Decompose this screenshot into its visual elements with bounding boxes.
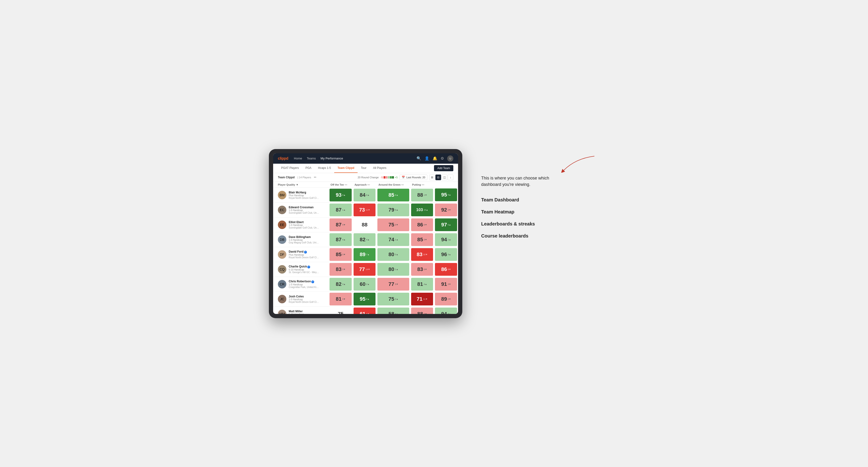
grid-view-button[interactable]: ⊞	[429, 175, 435, 180]
player-cell[interactable]: CR Chris Robertson✓ 1-5 Handicap Craigmi…	[273, 277, 329, 291]
view-toggle: ⊞ ⊟ ◫ ↓	[429, 175, 453, 180]
player-cell[interactable]: EC Edward Crossman 1-5 Handicap Sunningd…	[273, 203, 329, 217]
player-avatar: JC	[278, 295, 286, 303]
player-club: Sunningdale Golf Club, United Kingdom	[289, 226, 319, 229]
range-bar: -5 +5	[381, 176, 398, 179]
score-putting: 96 3▲	[434, 247, 458, 262]
col-approach[interactable]: Approach —	[352, 182, 377, 188]
player-cell[interactable]: CQ Charlie Quick✓ 6-10 Handicap St. Geor…	[273, 262, 329, 277]
player-info: Elliot Ebert 1-5 Handicap Sunningdale Go…	[289, 220, 319, 229]
nav-teams[interactable]: Teams	[307, 157, 316, 160]
col-putting[interactable]: Putting —	[410, 182, 434, 188]
score-putting: 97 5▲	[434, 217, 458, 232]
profile-icon[interactable]: 👤	[425, 156, 429, 161]
score-box: 82 3▲	[330, 278, 352, 290]
edit-team-icon[interactable]: ✏	[314, 176, 316, 179]
subnav-all-players[interactable]: All Players	[370, 163, 390, 173]
score-box: 87 3▼	[330, 218, 352, 231]
player-info: Blair McHarg Plus Handicap Royal North D…	[289, 191, 319, 199]
player-handicap: 1-5 Handicap	[289, 239, 319, 241]
score-approach: 80 1▲	[376, 262, 410, 277]
player-info: Dave Billingham 1-5 Handicap Gog Magog G…	[289, 236, 319, 244]
score-value: 87	[336, 222, 341, 228]
player-avatar: BM	[278, 191, 286, 199]
subnav-pgat[interactable]: PGAT Players	[278, 163, 302, 173]
data-table-scroll[interactable]: Player Quality ▼ Off the Tee — Approach …	[273, 182, 458, 314]
score-box: 89 2▼	[435, 293, 457, 305]
score-putting: 86 8▼	[434, 262, 458, 277]
player-cell[interactable]: DF David Ford✓ Plus Handicap Royal North…	[273, 247, 329, 262]
settings-icon[interactable]: ⚙	[441, 156, 444, 161]
subnav-pga[interactable]: PGA	[302, 163, 315, 173]
settings-view-button[interactable]: ↓	[448, 175, 453, 180]
bell-icon[interactable]: 🔔	[433, 156, 437, 161]
player-club: Sunningdale Golf Club, United Kingdom	[289, 212, 319, 214]
score-off_tee: 60 2▲	[352, 277, 377, 291]
player-club: Gog Magog Golf Club, United Kingdom	[289, 241, 319, 244]
score-value: 81	[417, 281, 423, 287]
score-around_green: 85 3▼	[410, 232, 434, 247]
score-putting: 89 2▼	[434, 291, 458, 306]
table-row: JC Josh Coles 1-5 Handicap Royal North D…	[273, 291, 458, 306]
player-cell[interactable]: BM Blair McHarg Plus Handicap Royal Nort…	[273, 187, 329, 203]
player-cell[interactable]: EE Elliot Ebert 1-5 Handicap Sunningdale…	[273, 217, 329, 232]
score-box: 87 1▲	[330, 204, 352, 216]
score-approach: 75 2▲	[376, 291, 410, 306]
player-cell[interactable]: DB Dave Billingham 1-5 Handicap Gog Mago…	[273, 232, 329, 247]
dashboard-options: Team Dashboard Team Heatmap Leaderboards…	[481, 197, 599, 239]
score-value: 81	[336, 296, 341, 302]
table-row: DB Dave Billingham 1-5 Handicap Gog Mago…	[273, 232, 458, 247]
score-value: 92	[441, 207, 447, 213]
nav-home[interactable]: Home	[294, 157, 302, 160]
player-name: Blair McHarg	[289, 191, 319, 194]
range-min: -5	[381, 176, 383, 179]
score-value: 73	[359, 207, 365, 213]
score-off_tee: 82 4▲	[352, 232, 377, 247]
heatmap-view-button[interactable]: ◫	[441, 175, 447, 180]
annotation-arrow-svg	[557, 154, 599, 173]
score-box: 96 3▲	[435, 248, 457, 261]
table-row: EE Elliot Ebert 1-5 Handicap Sunningdale…	[273, 217, 458, 232]
score-box: 77 14▼	[353, 263, 376, 276]
player-name: Elliot Ebert	[289, 220, 319, 224]
player-club: Royal North Devon Golf Club, United King…	[289, 197, 319, 199]
subnav-team-clippd[interactable]: Team Clippd	[334, 163, 358, 173]
player-name: Matt Miller	[289, 310, 319, 313]
list-view-button[interactable]: ⊟	[435, 175, 441, 180]
subnav-tour[interactable]: Tour	[358, 163, 370, 173]
score-box: 94 3▲	[435, 308, 457, 314]
add-team-button[interactable]: Add Team	[434, 165, 453, 171]
col-player-quality[interactable]: Player Quality ▼	[273, 182, 329, 188]
score-value: 83	[417, 266, 423, 272]
table-row: CR Chris Robertson✓ 1-5 Handicap Craigmi…	[273, 277, 458, 291]
option-course-leaderboards: Course leaderboards	[481, 233, 599, 239]
col-around-green[interactable]: Around the Green —	[376, 182, 410, 188]
player-name: Dave Billingham	[289, 236, 319, 239]
subnav-hcaps[interactable]: Hcaps 1-5	[315, 163, 334, 173]
player-cell[interactable]: JC Josh Coles 1-5 Handicap Royal North D…	[273, 291, 329, 306]
nav-my-performance[interactable]: My Performance	[320, 157, 343, 160]
last-rounds-button[interactable]: 📅 Last Rounds: 20	[400, 175, 427, 180]
score-around_green: 88 2▼	[410, 306, 434, 314]
player-handicap: 6-10 Handicap	[289, 313, 319, 314]
player-avatar: DF	[278, 250, 286, 259]
score-value: 93	[336, 192, 341, 198]
player-cell[interactable]: MM Matt Miller 6-10 Handicap Woburn Golf…	[273, 306, 329, 314]
score-box: 89 7▲	[353, 248, 376, 261]
verified-badge: ✓	[311, 280, 314, 283]
search-icon[interactable]: 🔍	[416, 156, 421, 161]
score-value: 84	[360, 192, 365, 198]
score-approach: 80 3▲	[376, 247, 410, 262]
score-box: 60 2▲	[353, 278, 376, 290]
team-member-count: | 14 Players	[298, 176, 311, 179]
score-around_green: 88 1▼	[410, 187, 434, 203]
user-avatar[interactable]: U	[447, 155, 453, 161]
sub-nav-links: PGAT Players PGA Hcaps 1-5 Team Clippd T…	[278, 163, 434, 173]
score-value: 91	[441, 281, 447, 287]
score-box: 95 9▲	[435, 188, 457, 201]
player-club: Royal North Devon Golf Club, United King…	[289, 301, 319, 303]
annotation-arrow-area	[481, 154, 599, 173]
col-off-tee[interactable]: Off the Tee —	[329, 182, 352, 188]
score-value: 80	[389, 251, 394, 257]
score-value: 89	[360, 251, 365, 257]
